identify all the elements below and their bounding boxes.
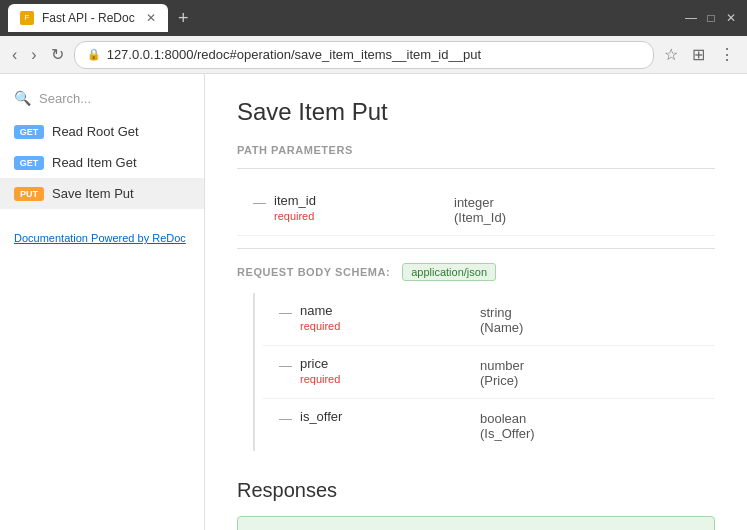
response-200[interactable]: ∨ 200 Successful Response <box>237 516 715 530</box>
param-info-name: name required <box>300 303 460 332</box>
sidebar-item-read-root[interactable]: GET Read Root Get <box>0 116 204 147</box>
app-layout: 🔍 Search... GET Read Root Get GET Read I… <box>0 74 747 530</box>
search-icon: 🔍 <box>14 90 31 106</box>
request-body-header: REQUEST BODY SCHEMA: application/json <box>237 263 715 281</box>
extensions-icon[interactable]: ⊞ <box>688 43 709 66</box>
request-body-divider <box>237 248 715 249</box>
responses-section: Responses ∨ 200 Successful Response ∨ 42… <box>237 479 715 530</box>
bookmark-icon[interactable]: ☆ <box>660 43 682 66</box>
main-content: Save Item Put PATH PARAMETERS — item_id … <box>205 74 747 530</box>
param-dash: — <box>253 195 266 210</box>
sidebar-item-read-item[interactable]: GET Read Item Get <box>0 147 204 178</box>
sidebar-footer: Documentation Powered by ReDoc <box>0 217 204 257</box>
param-required-name: required <box>300 320 460 332</box>
page-title: Save Item Put <box>237 98 715 126</box>
param-indent-name: — name required string (Name) <box>279 303 439 335</box>
schema-rows: — name required string (Name) — price re… <box>253 293 715 451</box>
refresh-button[interactable]: ↻ <box>47 43 68 66</box>
param-type-item-id: integer (Item_Id) <box>434 193 506 225</box>
minimize-button[interactable]: — <box>683 10 699 26</box>
param-info-item-id: item_id required <box>274 193 434 222</box>
param-name-name: name <box>300 303 460 318</box>
param-info-is-offer: is_offer <box>300 409 460 424</box>
param-name-is-offer: is_offer <box>300 409 460 424</box>
body-param-name: — name required string (Name) <box>263 293 715 346</box>
close-window-button[interactable]: ✕ <box>723 10 739 26</box>
tab-favicon: F <box>20 11 34 25</box>
sidebar-item-label-read-root: Read Root Get <box>52 124 139 139</box>
body-param-price: — price required number (Price) <box>263 346 715 399</box>
sidebar-item-label-read-item: Read Item Get <box>52 155 137 170</box>
param-indent-is-offer: — is_offer boolean (Is_Offer) <box>279 409 467 441</box>
browser-titlebar: F Fast API - ReDoc ✕ + — □ ✕ <box>0 0 747 36</box>
param-required-price: required <box>300 373 460 385</box>
param-info-price: price required <box>300 356 460 385</box>
sidebar: 🔍 Search... GET Read Root Get GET Read I… <box>0 74 205 530</box>
maximize-button[interactable]: □ <box>703 10 719 26</box>
param-dash-price: — <box>279 358 292 373</box>
menu-icon[interactable]: ⋮ <box>715 43 739 66</box>
tab-title: Fast API - ReDoc <box>42 11 135 25</box>
address-bar[interactable]: 🔒 127.0.0.1:8000/redoc#operation/save_it… <box>74 41 654 69</box>
forward-button[interactable]: › <box>27 44 40 66</box>
path-params-label: PATH PARAMETERS <box>237 144 715 156</box>
param-required-item-id: required <box>274 210 434 222</box>
window-controls: — □ ✕ <box>683 10 739 26</box>
method-badge-put: PUT <box>14 187 44 201</box>
param-indent-price: — price required number (Price) <box>279 356 446 388</box>
param-indent: — item_id required integer (Item_Id) <box>253 193 431 225</box>
param-name-item-id: item_id <box>274 193 434 208</box>
browser-window: F Fast API - ReDoc ✕ + — □ ✕ ‹ › ↻ 🔒 127… <box>0 0 747 74</box>
body-param-is-offer: — is_offer boolean (Is_Offer) <box>263 399 715 451</box>
path-params-divider <box>237 168 715 169</box>
request-body-label: REQUEST BODY SCHEMA: <box>237 266 390 278</box>
param-type-price: number (Price) <box>460 356 524 388</box>
responses-title: Responses <box>237 479 715 502</box>
search-bar[interactable]: 🔍 Search... <box>0 84 204 112</box>
param-dash-is-offer: — <box>279 411 292 426</box>
param-type-is-offer: boolean (Is_Offer) <box>460 409 535 441</box>
browser-tab[interactable]: F Fast API - ReDoc ✕ <box>8 4 168 32</box>
toolbar-icons: ☆ ⊞ ⋮ <box>660 43 739 66</box>
method-badge-get-root: GET <box>14 125 44 139</box>
param-type-name: string (Name) <box>460 303 523 335</box>
sidebar-item-save-item[interactable]: PUT Save Item Put <box>0 178 204 209</box>
new-tab-button[interactable]: + <box>178 8 189 29</box>
content-type-badge: application/json <box>402 263 496 281</box>
sidebar-item-label-save-item: Save Item Put <box>52 186 134 201</box>
path-param-item-id: — item_id required integer (Item_Id) <box>237 183 715 236</box>
method-badge-get-item: GET <box>14 156 44 170</box>
tab-close-button[interactable]: ✕ <box>146 11 156 25</box>
param-name-price: price <box>300 356 460 371</box>
url-text: 127.0.0.1:8000/redoc#operation/save_item… <box>107 47 481 62</box>
lock-icon: 🔒 <box>87 48 101 61</box>
browser-toolbar: ‹ › ↻ 🔒 127.0.0.1:8000/redoc#operation/s… <box>0 36 747 74</box>
redoc-link[interactable]: Documentation Powered by ReDoc <box>14 232 186 244</box>
search-placeholder: Search... <box>39 91 91 106</box>
param-dash-name: — <box>279 305 292 320</box>
back-button[interactable]: ‹ <box>8 44 21 66</box>
